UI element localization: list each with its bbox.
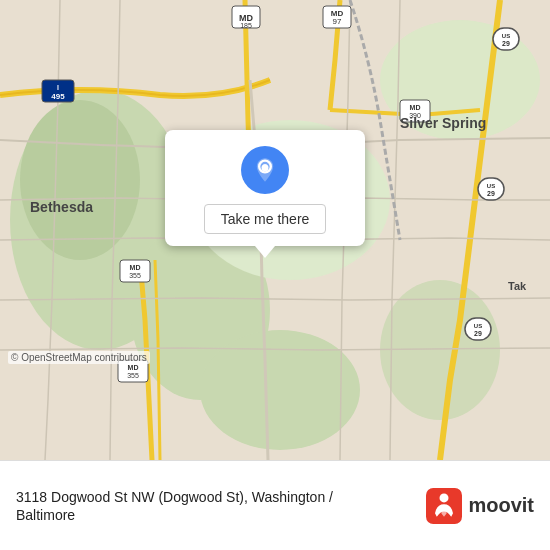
svg-text:Silver Spring: Silver Spring — [400, 115, 486, 131]
moovit-icon-svg — [426, 488, 462, 524]
svg-text:355: 355 — [127, 372, 139, 379]
address-line1: 3118 Dogwood St NW (Dogwood St), Washing… — [16, 488, 426, 508]
svg-text:I: I — [57, 84, 59, 91]
svg-point-41 — [263, 164, 268, 169]
copyright-text: © OpenStreetMap contributors — [8, 351, 150, 364]
map-container: MD 185 MD 97 I 495 MD 390 US 29 US 29 US… — [0, 0, 550, 460]
take-me-there-button[interactable]: Take me there — [204, 204, 327, 234]
svg-text:29: 29 — [487, 190, 495, 197]
moovit-logo: moovit — [426, 488, 534, 524]
location-popup: Take me there — [165, 130, 365, 246]
bottom-bar: 3118 Dogwood St NW (Dogwood St), Washing… — [0, 460, 550, 550]
location-icon — [241, 146, 289, 194]
svg-text:MD: MD — [130, 264, 141, 271]
svg-point-2 — [20, 100, 140, 260]
svg-text:29: 29 — [502, 40, 510, 47]
svg-text:355: 355 — [129, 272, 141, 279]
svg-text:Tak: Tak — [508, 280, 527, 292]
svg-text:185: 185 — [240, 22, 252, 29]
svg-text:MD: MD — [128, 364, 139, 371]
svg-text:97: 97 — [333, 17, 342, 26]
address-line2: Baltimore — [16, 507, 426, 523]
svg-text:495: 495 — [51, 92, 65, 101]
svg-point-43 — [440, 493, 449, 502]
svg-text:Bethesda: Bethesda — [30, 199, 93, 215]
moovit-text: moovit — [468, 494, 534, 517]
address-section: 3118 Dogwood St NW (Dogwood St), Washing… — [16, 488, 426, 524]
svg-text:US: US — [487, 183, 495, 189]
svg-text:US: US — [474, 323, 482, 329]
svg-text:MD: MD — [410, 104, 421, 111]
svg-text:29: 29 — [474, 330, 482, 337]
svg-text:US: US — [502, 33, 510, 39]
pin-icon — [251, 156, 279, 184]
